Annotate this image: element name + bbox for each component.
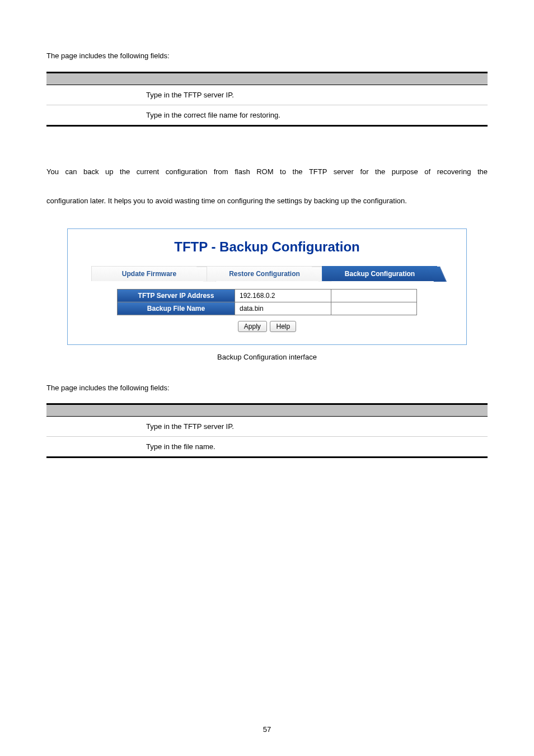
fields-table-2: Type in the TFTP server IP. Type in the … — [46, 403, 488, 458]
apply-button[interactable]: Apply — [238, 321, 267, 332]
prop-label-ip: TFTP Server IP Address — [118, 289, 235, 302]
table-row: Type in the file name. — [46, 437, 488, 458]
table1-row1-desc: Type in the TFTP server IP. — [142, 85, 488, 105]
tftp-server-ip-value[interactable]: 192.168.0.2 — [235, 289, 331, 302]
table2-row1-desc: Type in the TFTP server IP. — [142, 417, 488, 437]
backup-file-name-value[interactable]: data.bin — [235, 302, 331, 315]
tab-label: Update Firmware — [122, 270, 176, 278]
tab-label: Backup Configuration — [345, 270, 415, 278]
table1-row2-label — [46, 105, 142, 125]
section-desc-line1: You can back up the current configuratio… — [46, 165, 488, 194]
table-row: Backup File Name data.bin — [118, 302, 417, 315]
page-number: 57 — [0, 725, 534, 734]
section-description: You can back up the current configuratio… — [46, 165, 488, 208]
figure-title: TFTP - Backup Configuration — [68, 239, 466, 255]
table-row: Type in the correct file name for restor… — [46, 105, 488, 125]
blank-cell — [331, 289, 417, 302]
table2-header-2 — [142, 404, 488, 417]
tab-backup-configuration[interactable]: Backup Configuration — [322, 266, 437, 281]
table1-row1-label — [46, 85, 142, 105]
table2-header-1 — [46, 404, 142, 417]
tab-update-firmware[interactable]: Update Firmware — [91, 266, 207, 281]
tab-label: Restore Configuration — [229, 270, 300, 278]
blank-cell — [331, 302, 417, 315]
table2-row2-label — [46, 437, 142, 458]
prop-label-filename: Backup File Name — [118, 302, 235, 315]
table-row: TFTP Server IP Address 192.168.0.2 — [118, 289, 417, 302]
table1-header-1 — [46, 72, 142, 85]
table-row: Type in the TFTP server IP. — [46, 85, 488, 105]
figure-caption: Backup Configuration interface — [46, 353, 488, 361]
table-row: Type in the TFTP server IP. — [46, 417, 488, 437]
table1-header-2 — [142, 72, 488, 85]
button-row: Apply Help — [68, 321, 466, 332]
tabs-row: Update Firmware Restore Configuration Ba… — [83, 266, 451, 281]
table2-row2-desc: Type in the file name. — [142, 437, 488, 458]
tab-restore-configuration[interactable]: Restore Configuration — [207, 266, 322, 281]
properties-table: TFTP Server IP Address 192.168.0.2 Backu… — [117, 289, 417, 315]
table1-row2-desc: Type in the correct file name for restor… — [142, 105, 488, 125]
table2-row1-label — [46, 417, 142, 437]
intro-text-2: The page includes the following fields: — [46, 382, 488, 394]
fields-table-1: Type in the TFTP server IP. Type in the … — [46, 72, 488, 127]
intro-text-1: The page includes the following fields: — [46, 50, 488, 62]
backup-config-figure: TFTP - Backup Configuration Update Firmw… — [67, 228, 467, 345]
help-button[interactable]: Help — [270, 321, 296, 332]
section-desc-line2: configuration later. It helps you to avo… — [46, 197, 407, 205]
